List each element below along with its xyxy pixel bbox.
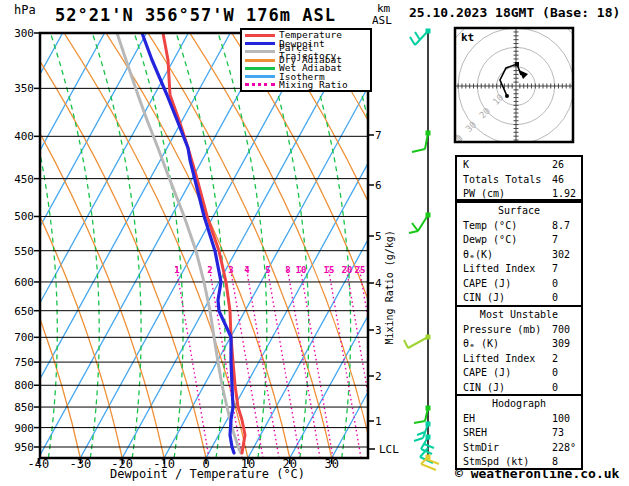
skewt-sounding-app: 10203040 52°21'N 356°57'W 176m ASL 25.10… — [0, 0, 629, 486]
stat-label: Dewp (°C) — [463, 233, 552, 248]
stat-label: CAPE (J) — [463, 366, 552, 381]
stat-label: Pressure (mb) — [463, 323, 552, 338]
stats-box-indices: K26Totals Totals46PW (cm)1.92 — [455, 155, 583, 201]
stat-value: 46 — [552, 173, 564, 188]
temperature-tick-label: 0 — [191, 457, 221, 471]
legend-item-label: Mixing Ratio — [279, 81, 348, 89]
pressure-axis-unit: hPa — [14, 3, 36, 17]
mixing-ratio-value-label: 10 — [293, 265, 309, 275]
legend-line-swatch — [245, 34, 275, 37]
mixing-ratio-value-label: 5 — [260, 265, 276, 275]
stat-label: CIN (J) — [463, 381, 552, 396]
stat-label: StmSpd (kt) — [463, 455, 552, 470]
altitude-tick-label: 3 — [375, 324, 382, 337]
pressure-tick-label: 700 — [6, 331, 34, 344]
stat-label: Totals Totals — [463, 173, 552, 188]
legend-line-swatch — [245, 75, 275, 78]
stat-value: 2 — [552, 352, 558, 367]
pressure-tick-label: 950 — [6, 441, 34, 454]
legend-item-mixing-ratio: Mixing Ratio — [242, 81, 370, 89]
stat-row: Pressure (mb)700 — [457, 323, 581, 338]
stat-label: Lifted Index — [463, 352, 552, 367]
mixing-ratio-value-label: 25 — [352, 265, 368, 275]
mixing-ratio-value-label: 2 — [202, 265, 218, 275]
stat-row: CIN (J)0 — [457, 381, 581, 396]
stat-row: Lifted Index7 — [457, 262, 581, 277]
stat-row: Dewp (°C)7 — [457, 233, 581, 248]
wind-barb — [404, 335, 431, 349]
temperature-tick-label: -30 — [65, 457, 95, 471]
temperature-tick-label: -40 — [23, 457, 53, 471]
stats-box-surface: SurfaceTemp (°C)8.7Dewp (°C)7θₑ(K)302Lif… — [455, 201, 583, 307]
temperature-tick-label: -20 — [107, 457, 137, 471]
temperature-tick-label: 20 — [275, 457, 305, 471]
stat-row: θₑ(K)302 — [457, 248, 581, 263]
stats-box-title: Surface — [457, 204, 581, 219]
mixing-ratio-axis-title: Mixing Ratio (g/kg) — [384, 231, 395, 345]
mixing-ratio-value-label: 15 — [321, 265, 337, 275]
stat-row: StmSpd (kt)8 — [457, 455, 581, 470]
stat-row: CIN (J)0 — [457, 291, 581, 306]
stat-value: 26 — [552, 158, 564, 173]
temperature-tick-label: 10 — [233, 457, 263, 471]
stat-value: 0 — [552, 366, 558, 381]
station-title: 52°21'N 356°57'W 176m ASL — [55, 5, 336, 25]
temperature-tick-label: 30 — [317, 457, 347, 471]
pressure-tick-label: 900 — [6, 422, 34, 435]
altitude-tick-label: 2 — [375, 370, 382, 383]
legend-line-swatch — [245, 83, 275, 86]
pressure-tick-label: 650 — [6, 305, 34, 318]
stat-row: Temp (°C)8.7 — [457, 219, 581, 234]
pressure-tick-label: 850 — [6, 401, 34, 414]
pressure-tick-label: 800 — [6, 379, 34, 392]
plot-border — [40, 33, 368, 458]
stat-value: 0 — [552, 277, 558, 292]
temperature-tick-label: -10 — [149, 457, 179, 471]
mixing-ratio-value-label: 3 — [223, 265, 239, 275]
stat-label: StmDir — [463, 441, 552, 456]
stat-row: K26 — [457, 158, 581, 173]
stats-box-hodograph: HodographEH100SREH73StmDir228°StmSpd (kt… — [455, 394, 583, 470]
legend: TemperatureDewpointParcel TrajectoryDry … — [240, 28, 372, 92]
stat-value: 7 — [552, 262, 558, 277]
stat-row: StmDir228° — [457, 441, 581, 456]
stat-row: EH100 — [457, 412, 581, 427]
altitude-tick-label: 7 — [375, 129, 382, 142]
axis-ticks — [34, 33, 375, 464]
stat-label: Lifted Index — [463, 262, 552, 277]
stat-row: Totals Totals46 — [457, 173, 581, 188]
stat-row: Lifted Index2 — [457, 352, 581, 367]
legend-line-swatch — [245, 67, 275, 70]
stat-value: 7 — [552, 233, 558, 248]
stat-label: θₑ (K) — [463, 337, 552, 352]
stat-label: K — [463, 158, 552, 173]
stat-value: 8 — [552, 455, 558, 470]
stats-box-most-unstable: Most UnstablePressure (mb)700θₑ (K)309Li… — [455, 305, 583, 396]
stat-label: CAPE (J) — [463, 277, 552, 292]
stat-label: CIN (J) — [463, 291, 552, 306]
stat-label: PW (cm) — [463, 187, 552, 202]
stat-label: Temp (°C) — [463, 219, 552, 234]
stat-value: 0 — [552, 291, 558, 306]
altitude-tick-label: 4 — [375, 277, 382, 290]
stat-row: θₑ (K)309 — [457, 337, 581, 352]
lcl-label: LCL — [379, 443, 399, 456]
stats-box-title: Hodograph — [457, 397, 581, 412]
stat-value: 0 — [552, 381, 558, 396]
stat-value: 100 — [552, 412, 570, 427]
stat-label: SREH — [463, 426, 552, 441]
altitude-axis-unit-asl: ASL — [372, 14, 392, 27]
pressure-tick-label: 550 — [6, 245, 34, 258]
stat-value: 700 — [552, 323, 570, 338]
altitude-tick-label: 5 — [375, 230, 382, 243]
legend-line-swatch — [245, 59, 275, 62]
pressure-tick-label: 350 — [6, 82, 34, 95]
stat-row: CAPE (J)0 — [457, 366, 581, 381]
stat-row: SREH73 — [457, 426, 581, 441]
legend-line-swatch — [245, 50, 275, 53]
stat-row: CAPE (J)0 — [457, 277, 581, 292]
mixing-ratio-value-label: 4 — [239, 265, 255, 275]
stat-row: PW (cm)1.92 — [457, 187, 581, 202]
pressure-tick-label: 600 — [6, 276, 34, 289]
hodograph-unit-label: kt — [461, 31, 474, 44]
